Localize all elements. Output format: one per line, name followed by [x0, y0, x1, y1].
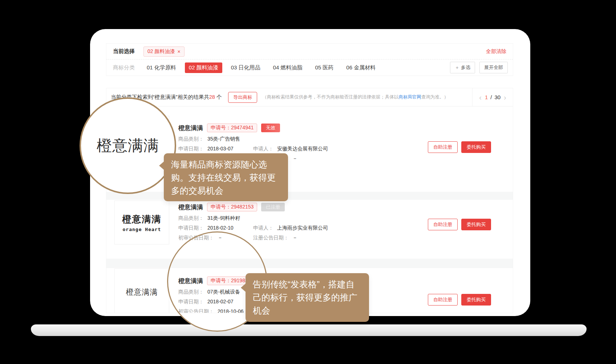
trademark-name: 橙意满满 — [178, 124, 203, 132]
pagination-current: 1 — [485, 94, 488, 100]
current-selection-label: 当前选择 — [113, 48, 135, 55]
trademark-image-3[interactable]: 橙意满满 — [114, 268, 169, 313]
selected-filter-tag-label: 02 颜料油漆 — [147, 48, 175, 55]
filter-actions: ＋ 多选 展开全部 — [450, 62, 508, 73]
disclaimer-before: （商标检索结果仅供参考，不作为商标能否注册的法律依据；具体以 — [262, 94, 398, 100]
self-register-button[interactable]: 自助注册 — [428, 219, 458, 230]
export-trademarks-button[interactable]: 导出商标 — [228, 92, 257, 103]
app: 当前选择 02 颜料油漆 × 全部清除 商标分类 01 化学原料 02 颜料油漆… — [0, 0, 616, 364]
field-date-applicant: 申请日期：2018-02-10 申请人：上海雨步实业有限公司 — [178, 224, 396, 231]
field-reg-notice: 注册公告日期：－ — [253, 234, 297, 241]
selected-filter-tag[interactable]: 02 颜料油漆 × — [143, 46, 185, 57]
multi-select-button[interactable]: ＋ 多选 — [450, 62, 475, 73]
field-applicant: 申请人：安徽美达会展有限公司 — [253, 145, 328, 152]
tab-category-01[interactable]: 01 化学原料 — [143, 62, 180, 73]
laptop-base-shadow — [31, 324, 587, 336]
results-header: 当前分类下检索到“橙意满满”相关的结果共28 个 导出商标 （商标检索结果仅供参… — [106, 88, 513, 106]
filter-panel: 当前选择 02 颜料油漆 × 全部清除 商标分类 01 化学原料 02 颜料油漆… — [106, 43, 513, 76]
pagination-total: 30 — [494, 94, 500, 100]
entrust-purchase-button[interactable]: 委托购买 — [461, 294, 491, 306]
pagination: ‹ 1 / 30 › — [472, 88, 513, 106]
tooltip-arrow-icon — [159, 161, 164, 170]
trademark-image-text: 橙意满满 — [126, 287, 158, 297]
field-category: 商品类别：31类-饲料种籽 — [178, 214, 396, 222]
tab-category-06[interactable]: 06 金属材料 — [342, 62, 380, 73]
trademark-name-line: 橙意满满 申请号：29474941 无效 — [178, 123, 396, 133]
category-label: 商标分类 — [113, 64, 135, 71]
close-icon[interactable]: × — [177, 49, 180, 54]
pagination-separator: / — [490, 94, 492, 100]
field-date-applicant: 申请日期：2018-03-07 申请人：安徽美达会展有限公司 — [178, 145, 396, 152]
multi-select-label: 多选 — [461, 64, 470, 71]
field-applicant: 申请人：上海雨步实业有限公司 — [253, 224, 328, 231]
self-register-button[interactable]: 自助注册 — [428, 141, 458, 153]
magnified-trademark-text: 橙意满满 — [97, 136, 159, 156]
entrust-purchase-button[interactable]: 委托购买 — [461, 219, 491, 230]
row-actions-1: 自助注册 委托购买 — [428, 141, 491, 153]
tooltip-trade-resources: 海量精品商标资源随心选购。支持在线交易，获得更多的交易机会 — [164, 153, 288, 201]
field-category: 商品类别：35类-广告销售 — [178, 135, 396, 142]
results-summary-suffix: 个 — [215, 94, 222, 100]
chevron-right-icon[interactable]: › — [503, 94, 507, 101]
tab-category-04[interactable]: 04 燃料油脂 — [269, 62, 307, 73]
plus-icon: ＋ — [455, 64, 459, 71]
disclaimer: （商标检索结果仅供参考，不作为商标能否注册的法律依据；具体以商标局官网查询为准。… — [262, 94, 472, 100]
status-badge-invalid: 无效 — [261, 124, 280, 132]
trademark-office-link[interactable]: 商标局官网 — [398, 94, 421, 100]
category-row: 商标分类 01 化学原料 02 颜料油漆 03 日化用品 04 燃料油脂 05 … — [106, 60, 513, 76]
disclaimer-after: 查询为准。） — [421, 94, 449, 100]
trademark-image-subtext: orange Heart — [123, 227, 161, 232]
status-badge-registered: 已注册 — [261, 203, 285, 211]
results-count: 28 — [209, 94, 215, 100]
row-actions-2: 自助注册 委托购买 — [428, 219, 491, 230]
magnifier-circle: 橙意满满 — [80, 97, 176, 194]
expand-all-button[interactable]: 展开全部 — [479, 62, 508, 73]
trademark-name: 橙意满满 — [178, 203, 203, 211]
tooltip-arrow-icon — [241, 283, 246, 292]
tab-category-05[interactable]: 05 医药 — [311, 62, 337, 73]
tab-category-02-active[interactable]: 02 颜料油漆 — [185, 62, 222, 73]
application-number-tag: 申请号：29474941 — [207, 124, 257, 132]
trademark-name-line: 橙意满满 申请号：29482153 已注册 — [178, 202, 396, 212]
current-selection-row: 当前选择 02 颜料油漆 × 全部清除 — [106, 44, 513, 60]
category-tabs: 01 化学原料 02 颜料油漆 03 日化用品 04 燃料油脂 05 医药 06… — [143, 62, 380, 73]
tab-category-03[interactable]: 03 日化用品 — [227, 62, 264, 73]
chevron-left-icon[interactable]: ‹ — [478, 94, 482, 101]
clear-all-link[interactable]: 全部清除 — [486, 48, 506, 55]
entrust-purchase-button[interactable]: 委托购买 — [461, 141, 491, 153]
self-register-button[interactable]: 自助注册 — [428, 294, 458, 306]
application-number-tag: 申请号：29482153 — [207, 203, 257, 211]
trademark-image-2[interactable]: 橙意满满 orange Heart — [114, 201, 169, 244]
tooltip-promotion: 告别传统“发表格”，搭建自己的标行，获得更多的推广机会 — [246, 273, 369, 322]
row-actions-3: 自助注册 委托购买 — [428, 294, 491, 306]
table-row-2: 橙意满满 orange Heart 橙意满满 申请号：29482153 已注册 … — [106, 200, 513, 259]
trademark-image-text: 橙意满满 — [122, 213, 162, 225]
